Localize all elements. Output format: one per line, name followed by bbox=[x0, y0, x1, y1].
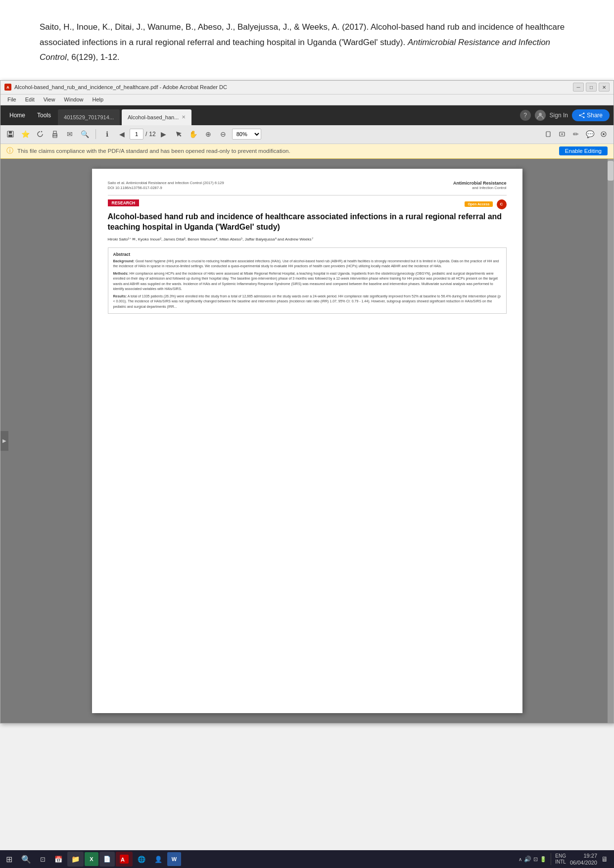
print-icon[interactable] bbox=[49, 128, 61, 140]
abstract-background-label: Background: bbox=[113, 259, 135, 263]
battery-icon[interactable]: 🔋 bbox=[540, 856, 547, 863]
svg-point-0 bbox=[539, 113, 542, 116]
single-page-icon[interactable] bbox=[542, 128, 554, 140]
toolbar2-right: ✏ 💬 bbox=[542, 128, 610, 140]
page-navigation: ◀ / 12 ▶ bbox=[116, 128, 170, 140]
abstract-results: Results: A total of 1335 patients (26.3%… bbox=[113, 294, 501, 310]
fit-page-icon[interactable] bbox=[556, 128, 568, 140]
close-button[interactable]: ✕ bbox=[599, 83, 610, 92]
taskbar-word[interactable]: W bbox=[167, 852, 181, 866]
hand-tool-icon[interactable]: ✋ bbox=[188, 128, 199, 140]
signin-button[interactable]: Sign In bbox=[550, 112, 568, 119]
taskbar-system-tray: ∧ 🔊 ⊡ 🔋 ENG INTL 19:27 06/04/2020 🖥 bbox=[519, 852, 612, 867]
acrobat-app-icon: A bbox=[4, 84, 11, 91]
date-display: 06/04/2020 bbox=[570, 859, 597, 866]
document-scrollbar[interactable] bbox=[608, 159, 614, 723]
sidebar-toggle-icon[interactable]: ▶ bbox=[0, 431, 8, 451]
tab-doc-active[interactable]: Alcohol-based_han... ✕ bbox=[122, 109, 191, 125]
home-tab[interactable]: Home bbox=[4, 110, 30, 121]
abstract-results-label: Results: bbox=[113, 294, 127, 298]
language-indicator[interactable]: ENG INTL bbox=[555, 853, 566, 865]
title-bar-controls[interactable]: ─ □ ✕ bbox=[573, 83, 610, 92]
taskbar-clock[interactable]: 19:27 06/04/2020 bbox=[570, 852, 597, 867]
open-access-badge: Open Access bbox=[465, 201, 492, 207]
chevron-up-icon[interactable]: ∧ bbox=[519, 857, 522, 862]
speaker-icon[interactable]: 🔊 bbox=[524, 856, 531, 863]
svg-line-5 bbox=[580, 115, 583, 117]
bookmark-icon[interactable]: ⭐ bbox=[19, 128, 31, 140]
cursor-tool-icon[interactable] bbox=[173, 128, 185, 140]
citation-text: Saito, H., Inoue, K., Ditai, J., Wanume,… bbox=[40, 20, 574, 65]
page-number-input[interactable] bbox=[130, 129, 143, 140]
menu-help[interactable]: Help bbox=[88, 96, 107, 103]
taskbar-person[interactable]: 👤 bbox=[150, 852, 166, 867]
abstract-background-text: Good hand hygiene (HH) practice is cruci… bbox=[113, 259, 499, 268]
toolbar-row1: Home Tools 4015529_7017914... Alcohol-ba… bbox=[0, 105, 614, 125]
pdf-page: Saito et al. Antimicrobial Resistance an… bbox=[92, 169, 522, 713]
tools-tab[interactable]: Tools bbox=[32, 110, 56, 121]
svg-rect-11 bbox=[56, 135, 57, 136]
windows-taskbar: ⊞ 🔍 ⊡ 📅 📁 X 📄 A 🌐 👤 W ∧ 🔊 ⊡ 🔋 ENG INTL 1… bbox=[0, 850, 614, 868]
tab-file-inactive[interactable]: 4015529_7017914... bbox=[58, 109, 120, 125]
abstract-results-text: A total of 1335 patients (26.3%) were en… bbox=[113, 294, 501, 308]
menu-file[interactable]: File bbox=[3, 96, 20, 103]
svg-rect-10 bbox=[53, 131, 56, 134]
save-icon[interactable] bbox=[4, 128, 16, 140]
svg-rect-8 bbox=[8, 135, 12, 137]
info-message: This file claims compliance with the PDF… bbox=[17, 148, 290, 154]
svg-rect-7 bbox=[9, 131, 12, 134]
abstract-background: Background: Good hand hygiene (HH) pract… bbox=[113, 259, 501, 269]
taskbar-calendar[interactable]: 📅 bbox=[50, 852, 66, 867]
svg-point-2 bbox=[579, 114, 580, 116]
zoom-select[interactable]: 80% 100% 125% 150% bbox=[232, 129, 261, 140]
svg-point-3 bbox=[583, 116, 584, 118]
network-icon[interactable]: ⊡ bbox=[533, 856, 538, 863]
notifications-icon[interactable]: 🖥 bbox=[601, 855, 608, 863]
user-avatar bbox=[535, 110, 546, 121]
time-display: 19:27 bbox=[570, 852, 597, 859]
journal-subtitle: and Infection Control bbox=[453, 186, 507, 190]
next-page-icon[interactable]: ▶ bbox=[158, 128, 170, 140]
menu-window[interactable]: Window bbox=[60, 96, 87, 103]
task-view[interactable]: ⊡ bbox=[36, 852, 49, 867]
minimize-button[interactable]: ─ bbox=[573, 83, 584, 92]
toolbar1-right: ? Sign In Share bbox=[520, 109, 610, 121]
zoom-in-icon[interactable]: ⊕ bbox=[202, 128, 214, 140]
taskbar-folder[interactable]: 📁 bbox=[67, 852, 84, 867]
info-icon[interactable]: ℹ bbox=[101, 128, 113, 140]
svg-point-1 bbox=[583, 112, 584, 114]
start-button[interactable]: ⊞ bbox=[2, 852, 16, 867]
comment-icon[interactable]: 💬 bbox=[584, 128, 596, 140]
help-button[interactable]: ? bbox=[520, 110, 531, 121]
taskbar-pdf[interactable]: 📄 bbox=[99, 852, 115, 867]
sys-tray-locale: ENG INTL bbox=[551, 853, 566, 865]
abstract-methods: Methods: HH compliance among HCPs and th… bbox=[113, 271, 501, 292]
info-bar: ⓘ This file claims compliance with the P… bbox=[0, 144, 614, 159]
pdf-authors: Hiroki Saito¹⁺ ✉, Kyoko Inoue², James Di… bbox=[108, 237, 507, 242]
share-button[interactable]: Share bbox=[572, 109, 610, 121]
rotate-icon[interactable] bbox=[34, 128, 46, 140]
taskbar-explorer[interactable]: 🌐 bbox=[134, 852, 149, 867]
enable-editing-button[interactable]: Enable Editing bbox=[559, 146, 608, 155]
zoom-out-icon[interactable]: ⊖ bbox=[217, 128, 229, 140]
window-title: Alcohol-based_hand_rub_and_incidence_of_… bbox=[14, 84, 227, 90]
restore-button[interactable]: □ bbox=[586, 83, 597, 92]
export-icon[interactable] bbox=[598, 128, 610, 140]
email-icon[interactable]: ✉ bbox=[64, 128, 76, 140]
search-taskbar[interactable]: 🔍 bbox=[17, 852, 35, 867]
pdf-header-citation: Saito et al. Antimicrobial Resistance an… bbox=[108, 181, 224, 191]
pdf-doi-line2: DOI 10.1186/s13756-017-0287-9 bbox=[108, 186, 224, 191]
info-warning-icon: ⓘ bbox=[6, 146, 13, 155]
tab-close-icon[interactable]: ✕ bbox=[182, 114, 186, 120]
abstract-methods-text: HH compliance among HCPs and the inciden… bbox=[113, 272, 498, 291]
menu-view[interactable]: View bbox=[40, 96, 59, 103]
pdf-header: Saito et al. Antimicrobial Resistance an… bbox=[108, 181, 507, 191]
search-icon[interactable]: 🔍 bbox=[79, 128, 91, 140]
taskbar-acrobat[interactable]: A bbox=[116, 852, 133, 867]
edit-icon[interactable]: ✏ bbox=[570, 128, 582, 140]
scrollbar-thumb[interactable] bbox=[608, 161, 614, 181]
tab-doc-label: Alcohol-based_han... bbox=[128, 114, 179, 120]
taskbar-excel[interactable]: X bbox=[85, 852, 98, 866]
prev-page-icon[interactable]: ◀ bbox=[116, 128, 128, 140]
menu-edit[interactable]: Edit bbox=[21, 96, 39, 103]
